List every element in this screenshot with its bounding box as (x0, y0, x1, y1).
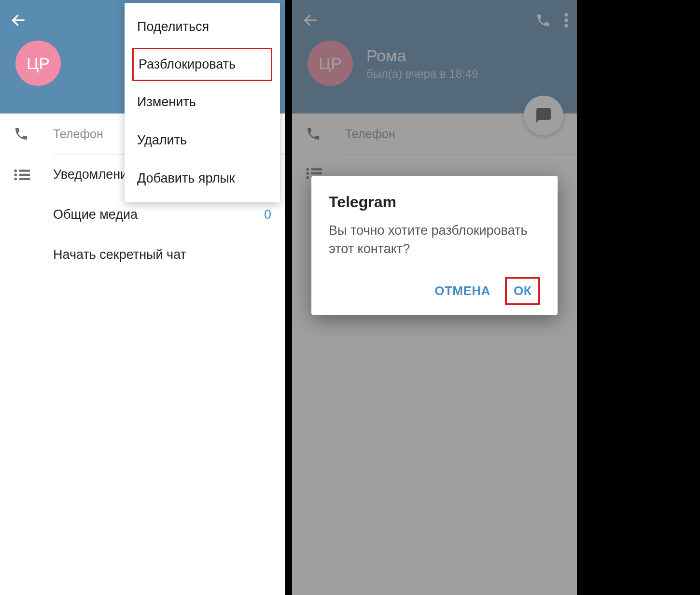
list-icon (14, 169, 30, 181)
cancel-button[interactable]: ОТМЕНА (426, 277, 499, 305)
menu-delete[interactable]: Удалить (125, 121, 280, 159)
profile-screen-right: ЦР Рома был(а) вчера в 18:49 Телефон (292, 0, 577, 595)
shared-media-label: Общие медиа (53, 207, 264, 222)
menu-share[interactable]: Поделиться (125, 8, 280, 46)
secret-chat-row[interactable]: Начать секретный чат (0, 235, 285, 275)
dialog-body: Вы точно хотите разблокировать этот конт… (329, 222, 540, 258)
ok-button[interactable]: ОК (505, 277, 540, 305)
menu-unblock[interactable]: Разблокировать (132, 48, 272, 81)
confirm-dialog: Telegram Вы точно хотите разблокировать … (311, 176, 558, 315)
svg-rect-2 (19, 170, 30, 171)
svg-rect-6 (19, 178, 30, 180)
menu-edit[interactable]: Изменить (125, 83, 280, 121)
svg-point-3 (14, 173, 17, 176)
svg-point-1 (14, 169, 17, 172)
shared-media-value: 0 (264, 207, 271, 222)
profile-screen-left: ЦР Телефон Уведомления Вкл. О (0, 0, 285, 595)
secret-chat-label: Начать секретный чат (53, 247, 271, 262)
phone-label: Телефон (53, 127, 103, 141)
avatar-initials: ЦР (27, 54, 50, 73)
svg-point-5 (14, 177, 17, 180)
dialog-title: Telegram (329, 193, 540, 211)
svg-rect-4 (19, 173, 30, 175)
back-button[interactable] (9, 11, 28, 30)
avatar[interactable]: ЦР (15, 41, 61, 86)
arrow-left-icon (10, 12, 27, 28)
phone-icon (14, 126, 29, 142)
overflow-menu: Поделиться Разблокировать Изменить Удали… (125, 3, 280, 202)
menu-add-shortcut[interactable]: Добавить ярлык (125, 159, 280, 198)
